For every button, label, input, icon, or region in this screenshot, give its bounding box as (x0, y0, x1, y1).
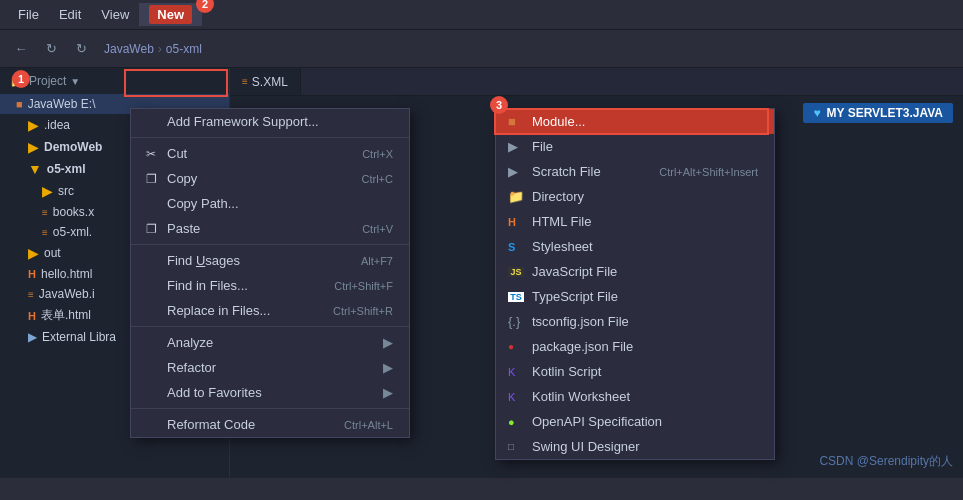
forward-button[interactable]: ↻ (38, 36, 64, 62)
new-submenu-ts[interactable]: TS TypeScript File (496, 284, 774, 309)
back-button[interactable]: ← (8, 36, 34, 62)
sidebar-label-javaweb: JavaWeb E:\ (28, 97, 96, 111)
watermark: CSDN @Serendipity的人 (819, 453, 953, 470)
breadcrumb-part2[interactable]: o5-xml (166, 42, 202, 56)
sidebar-label-form: 表单.html (41, 307, 91, 324)
new-label: New (149, 5, 192, 24)
xml-icon: ≡ (42, 207, 48, 218)
new-submenu-packagejson[interactable]: ● package.json File (496, 334, 774, 359)
main-area: 📁 Project ▼ ■ JavaWeb E:\ ▶ .idea ▶ Demo… (0, 68, 963, 500)
tab-sxml[interactable]: ≡ S.XML (230, 68, 301, 95)
file-label: File (532, 139, 553, 154)
addtofav-arrow: ▶ (383, 385, 393, 400)
chevron-down-icon: ▼ (70, 76, 80, 87)
new-submenu-file[interactable]: ▶ File (496, 134, 774, 159)
menu-view[interactable]: View (91, 3, 139, 26)
new-submenu-swing[interactable]: □ Swing UI Designer (496, 434, 774, 459)
tab-sxml-label: S.XML (252, 75, 288, 89)
menu-edit[interactable]: Edit (49, 3, 91, 26)
framework-label: Add Framework Support... (167, 114, 319, 129)
new-submenu-kotlin[interactable]: K Kotlin Script (496, 359, 774, 384)
menu-item-refactor[interactable]: Refactor ▶ (131, 355, 409, 380)
tsconfig-icon: {.} (508, 314, 524, 329)
sidebar-label-hello: hello.html (41, 267, 92, 281)
divider-2 (131, 244, 409, 245)
findusages-label: Find Usages (167, 253, 240, 268)
new-submenu-js[interactable]: JS JavaScript File (496, 259, 774, 284)
copy-icon: ❐ (143, 172, 159, 186)
menu-item-paste[interactable]: ❐ Paste Ctrl+V (131, 216, 409, 241)
menu-file[interactable]: File (8, 3, 49, 26)
lib-icon: ▶ (28, 330, 37, 344)
menu-item-copypath[interactable]: Copy Path... (131, 191, 409, 216)
menu-item-reformat[interactable]: Reformat Code Ctrl+Alt+L (131, 412, 409, 437)
breadcrumb: JavaWeb › o5-xml (104, 42, 202, 56)
new-submenu-kotlin-ws[interactable]: K Kotlin Worksheet (496, 384, 774, 409)
new-submenu-module[interactable]: ■ Module... (496, 109, 774, 134)
menu-new[interactable]: New 2 (139, 3, 202, 26)
js-label: JavaScript File (532, 264, 617, 279)
refresh-button[interactable]: ↻ (68, 36, 94, 62)
findinfiles-shortcut: Ctrl+Shift+F (334, 280, 393, 292)
menu-item-cut[interactable]: ✂ Cut Ctrl+X (131, 141, 409, 166)
findinfiles-label: Find in Files... (167, 278, 248, 293)
breadcrumb-part1[interactable]: JavaWeb (104, 42, 154, 56)
paste-icon: ❐ (143, 222, 159, 236)
css-icon: S (508, 241, 524, 253)
tab-xml-icon: ≡ (242, 76, 248, 87)
openapi-label: OpenAPI Specification (532, 414, 662, 429)
new-submenu-scratch[interactable]: ▶ Scratch File Ctrl+Alt+Shift+Insert (496, 159, 774, 184)
new-submenu-html[interactable]: H HTML File (496, 209, 774, 234)
module-icon: ■ (508, 114, 524, 129)
new-submenu-directory[interactable]: 📁 Directory (496, 184, 774, 209)
folder-open-icon: ▼ (28, 161, 42, 177)
copy-label: Copy (167, 171, 197, 186)
refactor-label: Refactor (167, 360, 216, 375)
addtofav-label: Add to Favorites (167, 385, 262, 400)
sidebar-label-out: out (44, 246, 61, 260)
sidebar-label-o5xmlfile: o5-xml. (53, 225, 92, 239)
new-submenu: ■ Module... ▶ File ▶ Scratch File Ctrl+A… (495, 108, 775, 460)
menu-item-findusages[interactable]: Find Usages Alt+F7 (131, 248, 409, 273)
replaceinfiles-label: Replace in Files... (167, 303, 270, 318)
reformat-shortcut: Ctrl+Alt+L (344, 419, 393, 431)
html-label: HTML File (532, 214, 591, 229)
new-submenu-stylesheet[interactable]: S Stylesheet (496, 234, 774, 259)
servlet-label: MY SERVLET3.JAVA (827, 106, 943, 120)
copy-shortcut: Ctrl+C (362, 173, 393, 185)
menu-item-analyze[interactable]: Analyze ▶ (131, 330, 409, 355)
packagejson-label: package.json File (532, 339, 633, 354)
file-icon: ▶ (508, 139, 524, 154)
scratch-icon: ▶ (508, 164, 524, 179)
xml3-icon: ≡ (28, 289, 34, 300)
kotlin-ws-label: Kotlin Worksheet (532, 389, 630, 404)
menu-item-findinfiles[interactable]: Find in Files... Ctrl+Shift+F (131, 273, 409, 298)
divider-3 (131, 326, 409, 327)
ts-label: TypeScript File (532, 289, 618, 304)
menu-item-copy[interactable]: ❐ Copy Ctrl+C (131, 166, 409, 191)
js-icon: JS (508, 267, 524, 277)
kotlin-icon: K (508, 366, 524, 378)
menu-item-addtofav[interactable]: Add to Favorites ▶ (131, 380, 409, 405)
sidebar-label-javaweb-i: JavaWeb.i (39, 287, 95, 301)
cut-shortcut: Ctrl+X (362, 148, 393, 160)
new-submenu-tsconfig[interactable]: {.} tsconfig.json File (496, 309, 774, 334)
menu-item-replaceinfiles[interactable]: Replace in Files... Ctrl+Shift+R (131, 298, 409, 323)
step-badge-2: 2 (196, 0, 214, 13)
cut-label: Cut (167, 146, 187, 161)
html-file-icon: H (508, 216, 524, 228)
divider-1 (131, 137, 409, 138)
refactor-arrow: ▶ (383, 360, 393, 375)
folder-icon: ▶ (28, 117, 39, 133)
menu-item-framework[interactable]: Add Framework Support... (131, 109, 409, 134)
openapi-icon: ● (508, 416, 524, 428)
sidebar-label-src: src (58, 184, 74, 198)
folder-icon: 📁 (10, 74, 25, 88)
scissors-icon: ✂ (143, 147, 159, 161)
folder-icon: ▶ (28, 245, 39, 261)
new-submenu-openapi[interactable]: ● OpenAPI Specification (496, 409, 774, 434)
context-menu: Add Framework Support... ✂ Cut Ctrl+X ❐ … (130, 108, 410, 438)
xml2-icon: ≡ (42, 227, 48, 238)
html2-icon: H (28, 310, 36, 322)
sidebar-label-books: books.x (53, 205, 94, 219)
